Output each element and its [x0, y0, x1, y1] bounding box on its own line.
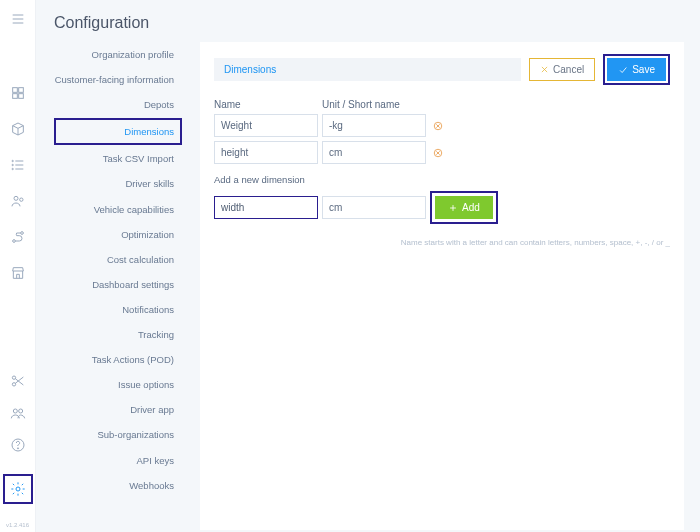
save-button[interactable]: Save [607, 58, 666, 81]
dimension-rows [214, 114, 670, 164]
breadcrumb: Dimensions [214, 58, 521, 81]
svg-rect-3 [12, 88, 17, 93]
list-icon[interactable] [9, 156, 27, 174]
add-button-label: Add [462, 202, 480, 213]
svg-point-26 [16, 487, 20, 491]
save-label: Save [632, 64, 655, 75]
hint-text: Name starts with a letter and can contai… [214, 238, 670, 247]
settings-nav-item[interactable]: Dimensions [54, 118, 182, 145]
svg-point-16 [12, 240, 15, 243]
menu-icon[interactable] [9, 10, 27, 28]
svg-rect-4 [18, 88, 23, 93]
svg-point-13 [12, 168, 13, 169]
new-unit-input[interactable] [322, 196, 426, 219]
table-row [214, 141, 670, 164]
store-icon[interactable] [9, 264, 27, 282]
delete-icon[interactable] [430, 121, 446, 131]
settings-nav-item[interactable]: Driver app [54, 397, 182, 422]
icon-rail: v1.2.416 [0, 0, 36, 532]
svg-point-25 [17, 448, 18, 449]
page-title: Configuration [54, 14, 684, 32]
dimension-name-input[interactable] [214, 114, 318, 137]
dimension-unit-input[interactable] [322, 114, 426, 137]
svg-point-12 [12, 164, 13, 165]
settings-nav-item[interactable]: Sub-organizations [54, 422, 182, 447]
settings-nav-item[interactable]: Customer-facing information [54, 67, 182, 92]
settings-nav-item[interactable]: Task CSV Import [54, 146, 182, 171]
svg-point-19 [12, 383, 15, 386]
name-header: Name [214, 99, 322, 110]
svg-point-17 [20, 232, 23, 235]
plus-icon [448, 203, 458, 213]
help-icon[interactable] [9, 436, 27, 454]
cancel-icon [540, 65, 549, 74]
settings-nav: Organization profileCustomer-facing info… [54, 42, 182, 530]
svg-point-14 [14, 196, 18, 200]
settings-nav-item[interactable]: Task Actions (POD) [54, 347, 182, 372]
add-label: Add a new dimension [214, 174, 670, 185]
settings-nav-item[interactable]: Driver skills [54, 171, 182, 196]
new-name-input[interactable] [214, 196, 318, 219]
svg-rect-5 [12, 94, 17, 99]
add-button[interactable]: Add [435, 196, 493, 219]
settings-nav-item[interactable]: Webhooks [54, 473, 182, 498]
settings-nav-item[interactable]: Tracking [54, 322, 182, 347]
delete-icon[interactable] [430, 148, 446, 158]
cancel-button[interactable]: Cancel [529, 58, 595, 81]
route-icon[interactable] [9, 228, 27, 246]
svg-point-18 [12, 376, 15, 379]
settings-nav-item[interactable]: Depots [54, 92, 182, 117]
settings-nav-item[interactable]: Optimization [54, 222, 182, 247]
settings-nav-item[interactable]: Cost calculation [54, 247, 182, 272]
scissors-icon[interactable] [9, 372, 27, 390]
settings-nav-item[interactable]: Vehicle capabilities [54, 197, 182, 222]
box-icon[interactable] [9, 120, 27, 138]
main: Configuration Organization profileCustom… [36, 0, 700, 532]
settings-nav-item[interactable]: Notifications [54, 297, 182, 322]
table-row [214, 114, 670, 137]
svg-point-11 [12, 160, 13, 161]
svg-point-23 [18, 409, 22, 413]
check-icon [618, 65, 628, 75]
group-icon[interactable] [9, 404, 27, 422]
save-highlight: Save [603, 54, 670, 85]
gear-icon[interactable] [9, 480, 27, 498]
cancel-label: Cancel [553, 64, 584, 75]
settings-nav-item[interactable]: Issue options [54, 372, 182, 397]
settings-nav-item[interactable]: Dashboard settings [54, 272, 182, 297]
svg-point-22 [13, 409, 17, 413]
svg-rect-6 [18, 94, 23, 99]
team-icon[interactable] [9, 192, 27, 210]
dimension-name-input[interactable] [214, 141, 318, 164]
svg-point-15 [19, 198, 22, 201]
settings-nav-item[interactable]: API keys [54, 448, 182, 473]
settings-nav-item[interactable]: Organization profile [54, 42, 182, 67]
dimension-unit-input[interactable] [322, 141, 426, 164]
gear-highlight [3, 474, 33, 504]
panel: Dimensions Cancel Save Name Unit / Short… [200, 42, 684, 530]
version-label: v1.2.416 [6, 522, 29, 528]
add-highlight: Add [430, 191, 498, 224]
dashboard-icon[interactable] [9, 84, 27, 102]
unit-header: Unit / Short name [322, 99, 430, 110]
